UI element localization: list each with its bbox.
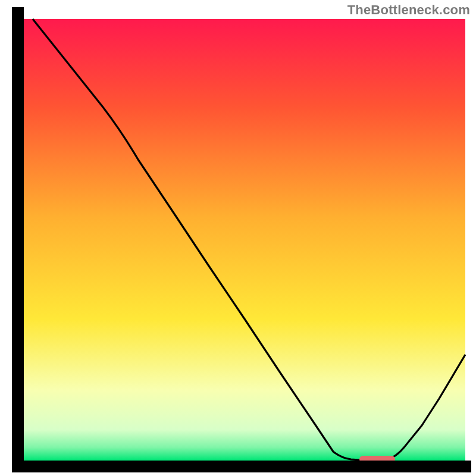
plot-area — [24, 19, 465, 463]
chart-svg — [0, 0, 476, 476]
bottleneck-chart: TheBottleneck.com — [0, 0, 476, 476]
gradient-background — [24, 19, 465, 461]
watermark-text: TheBottleneck.com — [347, 2, 470, 18]
